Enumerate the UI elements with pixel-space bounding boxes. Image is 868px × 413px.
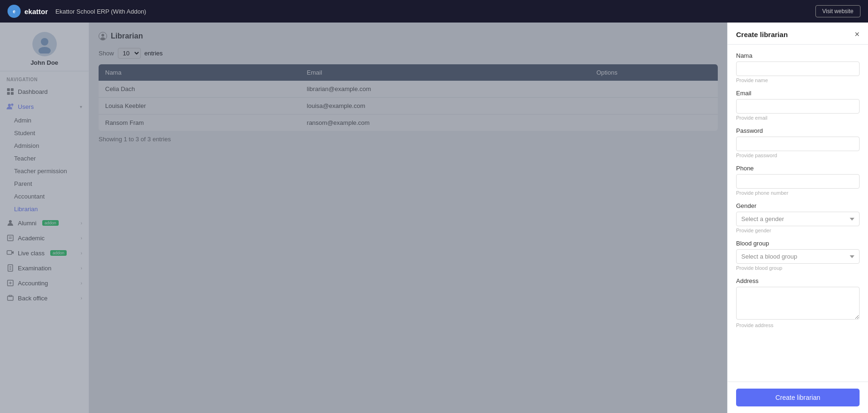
password-hint: Provide password — [736, 153, 860, 158]
modal-overlay[interactable] — [0, 23, 727, 413]
close-button[interactable]: × — [854, 30, 860, 38]
nama-hint: Provide name — [736, 77, 860, 83]
create-librarian-button[interactable]: Create librarian — [736, 389, 860, 406]
nama-label: Nama — [736, 52, 860, 59]
app-title: Ekattor School ERP (With Addon) — [55, 8, 146, 15]
panel-title: Create librarian — [736, 31, 788, 38]
form-group-phone: Phone Provide phone number — [736, 165, 860, 196]
email-label: Email — [736, 90, 860, 97]
logo: e ekattor — [8, 5, 48, 18]
panel-footer: Create librarian — [728, 382, 868, 413]
panel-body: Nama Provide name Email Provide email Pa… — [728, 45, 868, 382]
password-label: Password — [736, 127, 860, 134]
panel-header: Create librarian × — [728, 23, 868, 45]
form-group-nama: Nama Provide name — [736, 52, 860, 83]
gender-select[interactable]: Select a gender Male Female Other — [736, 212, 860, 226]
gender-hint: Provide gender — [736, 228, 860, 233]
blood-group-label: Blood group — [736, 240, 860, 247]
logo-icon: e — [8, 5, 21, 18]
address-textarea[interactable] — [736, 287, 860, 320]
phone-label: Phone — [736, 165, 860, 172]
form-group-email: Email Provide email — [736, 90, 860, 121]
form-group-blood-group: Blood group Select a blood group A+ A- B… — [736, 240, 860, 271]
address-hint: Provide address — [736, 322, 860, 328]
logo-text: ekattor — [24, 8, 48, 15]
nama-input[interactable] — [736, 61, 860, 76]
form-group-address: Address Provide address — [736, 277, 860, 328]
address-label: Address — [736, 277, 860, 284]
topnav: e ekattor Ekattor School ERP (With Addon… — [0, 0, 868, 23]
phone-hint: Provide phone number — [736, 190, 860, 196]
gender-label: Gender — [736, 202, 860, 209]
email-hint: Provide email — [736, 115, 860, 121]
password-input[interactable] — [736, 137, 860, 151]
email-input[interactable] — [736, 99, 860, 114]
form-group-gender: Gender Select a gender Male Female Other… — [736, 202, 860, 233]
form-group-password: Password Provide password — [736, 127, 860, 158]
phone-input[interactable] — [736, 174, 860, 189]
blood-group-hint: Provide blood group — [736, 265, 860, 271]
side-panel: Create librarian × Nama Provide name Ema… — [727, 23, 868, 413]
blood-group-select[interactable]: Select a blood group A+ A- B+ B- AB+ AB-… — [736, 249, 860, 264]
visit-website-button[interactable]: Visit website — [815, 5, 860, 17]
